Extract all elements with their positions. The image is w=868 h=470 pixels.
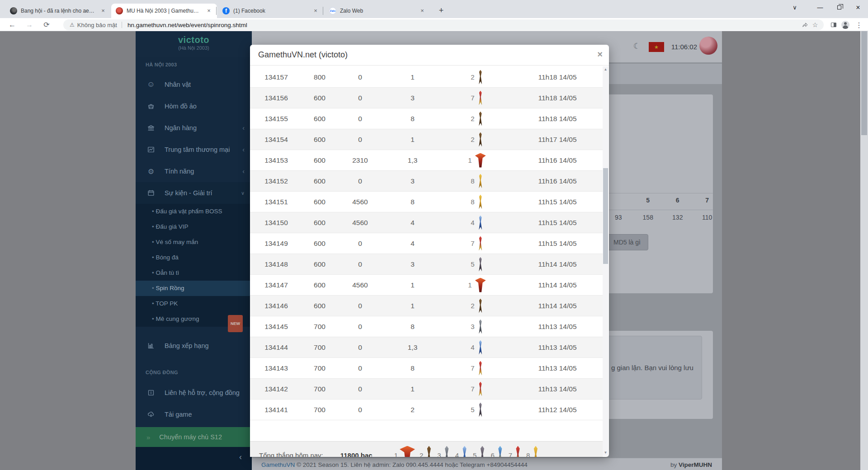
prize-number: 7: [471, 385, 474, 393]
tab-close-icon[interactable]: ×: [99, 7, 107, 14]
legend-item-icon: [400, 446, 415, 457]
url-text[interactable]: hn.gamethuvn.net/web/event/spinrong.shtm…: [127, 22, 800, 28]
cell-prize: 5: [442, 257, 512, 272]
table-row: 134145 700 0 8 3 11h13 14/05: [250, 316, 603, 337]
cell-spin-id: 134151: [250, 198, 302, 206]
legend-number: 1: [394, 451, 398, 457]
tab-zalo[interactable]: Zalo Zalo Web ×: [325, 4, 430, 18]
share-icon[interactable]: [800, 20, 810, 30]
cell-time: 11h18 14/05: [512, 115, 603, 123]
menu-dots-icon[interactable]: ⋮: [854, 19, 864, 30]
cell-bet: 600: [302, 136, 337, 144]
dark-mode-moon-icon[interactable]: ☾: [633, 41, 641, 51]
cell-spin-id: 134157: [250, 73, 302, 81]
bookmark-star-icon[interactable]: ☆: [810, 20, 820, 30]
sidebar-subitem[interactable]: Oẳn tù tì: [136, 265, 252, 281]
subitem-label: Đấu giá vật phẩm BOSS: [156, 208, 222, 215]
user-avatar[interactable]: [699, 37, 717, 55]
sidebar-subitem[interactable]: Mê cung gương NEW: [136, 311, 252, 327]
cell-win: 4560: [337, 219, 383, 227]
cell-prize: 7: [442, 236, 512, 251]
cell-numbers: 8: [383, 198, 442, 206]
profile-avatar-icon[interactable]: [840, 19, 851, 30]
sidebar-item-hom-do-ao[interactable]: Hòm đồ ảo: [136, 95, 252, 117]
new-tab-button[interactable]: +: [435, 5, 448, 17]
sidebar-collapse-icon[interactable]: ‹: [239, 452, 242, 462]
cell-prize: 4: [442, 216, 512, 230]
browser-page-scrollbar[interactable]: [860, 31, 868, 470]
tab-mu-hanoi-active[interactable]: MU Hà Nội 2003 | GamethuVN.net ×: [111, 4, 217, 18]
tab-facebook[interactable]: f (1) Facebook ×: [218, 4, 324, 18]
footer-brand-link[interactable]: GamethuVN: [261, 461, 295, 468]
sidebar-subitem[interactable]: Bóng đá: [136, 250, 252, 265]
modal-scrollbar-thumb[interactable]: [603, 168, 608, 264]
window-restore-button[interactable]: [830, 0, 849, 15]
spin-history-modal: GamethuVN.net (victoto) × 134157 800 0 1…: [250, 45, 609, 457]
restore-icon: [837, 5, 841, 9]
sidebar-subitem[interactable]: Đấu giá VIP: [136, 219, 252, 235]
cell-spin-id: 134146: [250, 302, 302, 310]
sidebar-item-tinh-nang[interactable]: ⚙ Tính năng ‹: [136, 160, 252, 182]
sidebar-item-ngan-hang[interactable]: Ngân hàng ‹: [136, 117, 252, 139]
cell-bet: 700: [302, 364, 337, 372]
legend-entry: 1: [394, 446, 415, 457]
sidebar-subitem[interactable]: TOP PK: [136, 296, 252, 311]
table-row: 134141 700 0 2 5 11h12 14/05: [250, 400, 603, 420]
side-panel-icon[interactable]: [828, 19, 839, 30]
sidebar-item-label: Hòm đồ ảo: [165, 103, 197, 110]
subitem-label: Oẳn tù tì: [156, 269, 179, 276]
sidebar-item-nhan-vat[interactable]: ☺ Nhân vật: [136, 74, 252, 95]
sidebar-item-chuyen-may-chu[interactable]: » Chuyển máy chủ S12: [136, 427, 252, 447]
stats-divider: [606, 193, 713, 193]
modal-body: 134157 800 0 1 2 11h18 14/05 1: [250, 66, 603, 457]
cell-time: 11h18 14/05: [512, 73, 603, 81]
footer-credit-prefix: by: [670, 461, 679, 468]
cell-spin-id: 134150: [250, 219, 302, 227]
legend-item-icon: [461, 446, 468, 457]
sidebar-subitem[interactable]: Đấu giá vật phẩm BOSS: [136, 204, 252, 219]
tab-title: Zalo Web: [340, 8, 415, 14]
forward-button[interactable]: →: [24, 19, 35, 31]
sidebar-item-trung-tam-thuong-mai[interactable]: Trung tâm thương mại ‹: [136, 139, 252, 160]
window-minimize-button[interactable]: —: [811, 0, 830, 15]
modal-scrollbar[interactable]: ▲ ▼: [603, 66, 609, 456]
refresh-button[interactable]: ⟳: [41, 19, 52, 31]
address-bar[interactable]: ⚠ Không bảo mật hn.gamethuvn.net/web/eve…: [63, 19, 824, 30]
back-button[interactable]: ←: [6, 19, 18, 31]
cell-prize: 7: [442, 91, 512, 105]
cell-time: 11h13 14/05: [512, 364, 603, 372]
cell-bet: 700: [302, 406, 337, 414]
table-row: 134148 600 0 3 5 11h14 14/05: [250, 254, 603, 275]
tab-close-icon[interactable]: ×: [205, 7, 212, 14]
sidebar-item-tai-game[interactable]: Tải game: [136, 404, 252, 425]
tab-search-chevron-icon[interactable]: ∨: [785, 0, 804, 15]
cell-bet: 600: [302, 302, 337, 310]
cell-numbers: 1,3: [383, 343, 442, 352]
window-close-button[interactable]: ×: [849, 0, 868, 15]
brand-name[interactable]: victoto: [136, 31, 252, 45]
cell-numbers: 2: [383, 406, 442, 414]
sidebar-item-bang-xep-hang[interactable]: Bảng xếp hạng: [136, 335, 252, 357]
scrollbar-thumb[interactable]: [861, 31, 867, 135]
cell-time: 11h15 14/05: [512, 198, 603, 206]
vietnam-flag-icon[interactable]: ★: [649, 42, 664, 52]
sidebar-item-su-kien[interactable]: Sự kiện - Giải trí ∨: [136, 182, 252, 204]
tab-bang-hoi[interactable]: Bang hội - đã ra lệnh cho ae G Tà ×: [5, 4, 111, 18]
prize-item-icon: [478, 112, 483, 126]
tab-close-icon[interactable]: ×: [312, 7, 319, 14]
sidebar-item-lien-he[interactable]: Liên hệ hỗ trợ, cộng đồng: [136, 382, 252, 404]
scroll-down-icon[interactable]: ▼: [603, 450, 609, 456]
cell-prize: 8: [442, 195, 512, 209]
legend-entry: 4: [455, 446, 468, 457]
scroll-up-icon[interactable]: ▲: [603, 66, 609, 73]
md5-info-button[interactable]: MD5 là gì: [606, 234, 648, 250]
sidebar-subitem[interactable]: Vé số may mắn: [136, 235, 252, 250]
cell-time: 11h15 14/05: [512, 219, 603, 227]
sidebar-item-label: Sự kiện - Giải trí: [165, 189, 212, 197]
cell-win: 0: [337, 343, 383, 352]
sidebar-subitem[interactable]: Spin Rồng: [136, 281, 252, 296]
table-row: 134156 600 0 3 7 11h18 14/05: [250, 88, 603, 108]
tab-close-icon[interactable]: ×: [419, 7, 426, 14]
cell-time: 11h14 14/05: [512, 260, 603, 268]
modal-close-icon[interactable]: ×: [597, 49, 603, 60]
